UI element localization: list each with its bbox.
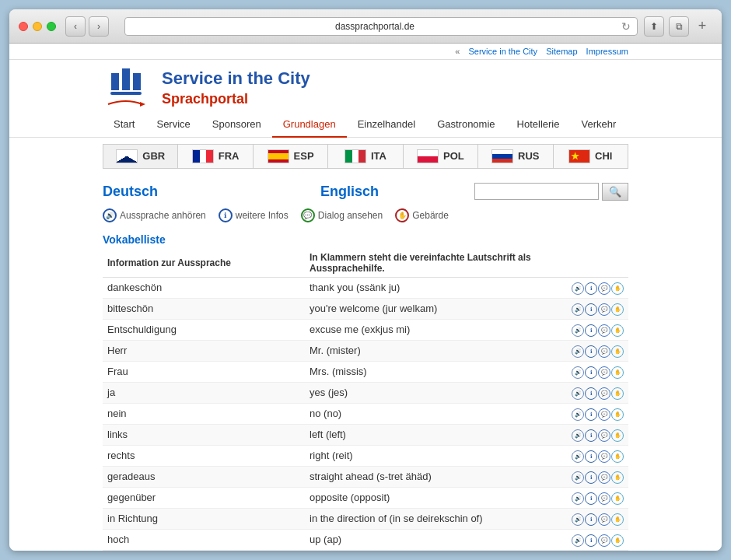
info-icon[interactable]: ℹ	[585, 492, 597, 505]
sound-icon[interactable]: 🔊	[572, 513, 584, 526]
chat-icon[interactable]: 💬	[598, 429, 610, 442]
sound-icon[interactable]: 🔊	[572, 366, 584, 379]
chat-icon[interactable]: 💬	[598, 324, 610, 337]
hand-icon[interactable]: ✋	[611, 450, 624, 463]
nav-service[interactable]: Service	[145, 112, 201, 138]
icon-aussprache: 🔊 Aussprache anhören	[103, 208, 206, 222]
hand-icon[interactable]: ✋	[611, 303, 624, 316]
sound-icon[interactable]: 🔊	[572, 345, 584, 358]
lang-fra[interactable]: FRA	[178, 145, 253, 168]
cell-icons: 🔊 ℹ 💬 ✋	[566, 319, 628, 340]
cell-english: Mr. (mister)	[305, 340, 566, 361]
info-icon[interactable]: ℹ	[585, 387, 597, 400]
chat-icon[interactable]: 💬	[598, 492, 610, 505]
action-icons: 🔊 ℹ 💬 ✋	[572, 513, 624, 526]
close-button[interactable]	[19, 22, 28, 31]
info-icon[interactable]: ℹ	[585, 450, 597, 463]
info-icon[interactable]: ℹ	[585, 303, 597, 316]
sound-icon[interactable]: 🔊	[572, 324, 584, 337]
sound-icon[interactable]: 🔊	[572, 282, 584, 295]
nav-sponsoren[interactable]: Sponsoren	[201, 112, 272, 138]
sound-icon[interactable]: 🔊	[572, 450, 584, 463]
refresh-icon[interactable]: ↻	[621, 20, 631, 33]
topnav-sitemap-link[interactable]: Sitemap	[546, 47, 577, 56]
header-german: Information zur Aussprache	[103, 249, 305, 278]
cell-english: excuse me (exkjus mi)	[305, 319, 566, 340]
nav-verkehr[interactable]: Verkehr	[570, 112, 627, 138]
info-icon[interactable]: ℹ	[585, 534, 597, 547]
nav-gastronomie[interactable]: Gastronomie	[426, 112, 505, 138]
pillar-left	[111, 73, 119, 90]
hand-icon[interactable]: ✋	[611, 534, 624, 547]
hand-icon[interactable]: ✋	[611, 345, 624, 358]
vokabel-heading: Vokabelliste	[103, 229, 628, 249]
nav-hotellerie[interactable]: Hotellerie	[506, 112, 571, 138]
hand-icon[interactable]: ✋	[611, 471, 624, 484]
info-icon[interactable]: ℹ	[585, 345, 597, 358]
cell-german: bitteschön	[103, 298, 305, 319]
forward-button[interactable]: ›	[89, 16, 109, 37]
hand-icon[interactable]: ✋	[611, 513, 624, 526]
new-tab-button[interactable]: +	[692, 16, 712, 37]
lang-rus[interactable]: RUS	[478, 145, 553, 168]
sound-icon[interactable]: 🔊	[572, 471, 584, 484]
hand-icon[interactable]: ✋	[611, 282, 624, 295]
chat-icon[interactable]: 💬	[598, 387, 610, 400]
nav-start[interactable]: Start	[103, 112, 145, 138]
topnav-impressum-link[interactable]: Impressum	[586, 47, 628, 56]
lang-gbr[interactable]: GBR	[103, 145, 178, 168]
search-button[interactable]: 🔍	[602, 183, 628, 201]
arrow-svg	[107, 96, 145, 107]
sound-icon[interactable]: 🔊	[572, 492, 584, 505]
lang-chi[interactable]: CHI	[554, 145, 628, 168]
chat-icon[interactable]: 💬	[598, 513, 610, 526]
address-bar[interactable]	[131, 21, 618, 32]
lang-pol[interactable]: POL	[404, 145, 478, 168]
cell-english: you're welcome (jur welkam)	[305, 298, 566, 319]
info-icon[interactable]: ℹ	[585, 324, 597, 337]
hand-icon[interactable]: ✋	[611, 492, 624, 505]
minimize-button[interactable]	[33, 22, 42, 31]
sound-icon[interactable]: 🔊	[572, 387, 584, 400]
info-icon[interactable]: ℹ	[585, 282, 597, 295]
window-button[interactable]: ⧉	[669, 16, 689, 37]
info-icon[interactable]: ℹ	[585, 366, 597, 379]
chat-icon[interactable]: 💬	[598, 471, 610, 484]
nav-einzelhandel[interactable]: Einzelhandel	[347, 112, 426, 138]
infos-icon: ℹ	[219, 208, 233, 222]
hand-icon[interactable]: ✋	[611, 366, 624, 379]
info-icon[interactable]: ℹ	[585, 429, 597, 442]
sound-icon[interactable]: 🔊	[572, 534, 584, 547]
content-area: Deutsch Englisch 🔍 🔊 Aussprache anhören …	[9, 175, 722, 551]
chat-icon[interactable]: 💬	[598, 408, 610, 421]
action-icons: 🔊 ℹ 💬 ✋	[572, 471, 624, 484]
cell-icons: 🔊 ℹ 💬 ✋	[566, 550, 628, 551]
cell-english: opposite (opposit)	[305, 487, 566, 508]
nav-grundlagen[interactable]: Grundlagen	[272, 112, 347, 138]
chat-icon[interactable]: 💬	[598, 282, 610, 295]
chat-icon[interactable]: 💬	[598, 534, 610, 547]
hand-icon[interactable]: ✋	[611, 408, 624, 421]
chat-icon[interactable]: 💬	[598, 345, 610, 358]
share-button[interactable]: ⬆	[644, 16, 664, 37]
back-button[interactable]: ‹	[65, 16, 86, 37]
chat-icon[interactable]: 💬	[598, 450, 610, 463]
sound-icon[interactable]: 🔊	[572, 408, 584, 421]
chat-icon[interactable]: 💬	[598, 303, 610, 316]
lang-ita[interactable]: ITA	[328, 145, 403, 168]
maximize-button[interactable]	[47, 22, 56, 31]
sound-icon[interactable]: 🔊	[572, 303, 584, 316]
topnav-service-link[interactable]: Service in the City	[468, 47, 537, 56]
search-input[interactable]	[474, 183, 599, 200]
hand-icon[interactable]: ✋	[611, 324, 624, 337]
info-icon[interactable]: ℹ	[585, 408, 597, 421]
hand-icon[interactable]: ✋	[611, 387, 624, 400]
sound-icon[interactable]: 🔊	[572, 429, 584, 442]
info-icon[interactable]: ℹ	[585, 513, 597, 526]
browser-window: ‹ › ↻ ⬆ ⧉ + « Service in the City Sitema…	[9, 9, 722, 551]
cell-english: straight ahead (s-tret ähäd)	[305, 466, 566, 487]
chat-icon[interactable]: 💬	[598, 366, 610, 379]
hand-icon[interactable]: ✋	[611, 429, 624, 442]
lang-esp[interactable]: ESP	[254, 145, 328, 168]
info-icon[interactable]: ℹ	[585, 471, 597, 484]
